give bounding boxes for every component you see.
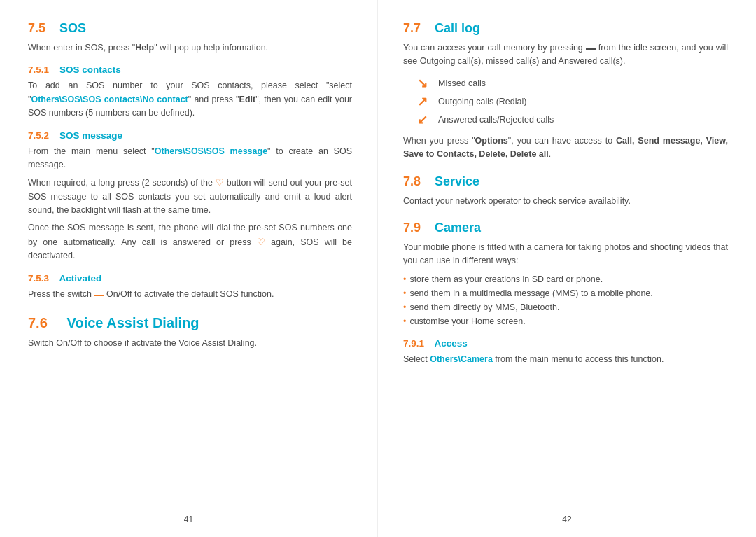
- answered-call-label: Answered calls/Rejected calls: [438, 115, 554, 125]
- bullet-item-4: • customise your Home screen.: [403, 314, 728, 328]
- bullet-item-2: • send them in a multimedia message (MMS…: [403, 286, 728, 300]
- section-7-9-1-title: 7.9.1 Access: [403, 338, 728, 349]
- call-log-row-answered: ↙ Answered calls/Rejected calls: [417, 112, 728, 127]
- missed-call-icon: ↘: [417, 76, 438, 91]
- section-7-5-2-para3: Once the SOS message is sent, the phone …: [28, 221, 352, 263]
- section-7-7-options: When you press "Options", you can have a…: [403, 134, 728, 162]
- section-7-9-1-text: Select Others\Camera from the main menu …: [403, 353, 728, 366]
- section-7-5-intro: When enter in SOS, press "Help" will pop…: [28, 41, 352, 55]
- bullet-item-1: • store them as your creations in SD car…: [403, 272, 728, 286]
- section-7-8-name: Service: [435, 174, 479, 188]
- section-7-5-2-num: 7.5.2: [28, 130, 49, 141]
- call-log-row-missed: ↘ Missed calls: [417, 76, 728, 91]
- section-7-6-name: Voice Assist Dialing: [67, 315, 200, 330]
- left-page-number: 41: [184, 515, 193, 524]
- bullet-dot-3: •: [403, 300, 406, 314]
- section-7-9-num: 7.9: [403, 221, 421, 235]
- section-7-6: 7.6 Voice Assist Dialing Switch On/Off t…: [28, 315, 352, 350]
- section-7-5: 7.5 SOS When enter in SOS, press "Help" …: [28, 21, 352, 301]
- section-7-9: 7.9 Camera Your mobile phone is fitted w…: [403, 221, 728, 366]
- section-7-5-2-title: 7.5.2 SOS message: [28, 130, 352, 141]
- section-7-5-title: 7.5 SOS: [28, 21, 352, 36]
- section-7-8-title: 7.8 Service: [403, 174, 728, 189]
- section-7-7-name: Call log: [435, 21, 480, 35]
- section-7-7: 7.7 Call log You can access your call me…: [403, 21, 728, 162]
- outgoing-call-icon: ↗: [417, 94, 438, 109]
- section-7-8-text: Contact your network operator to check s…: [403, 195, 728, 208]
- bullet-dot-2: •: [403, 286, 406, 300]
- section-7-5-2-para2: When required, a long press (2 seconds) …: [28, 176, 352, 217]
- section-7-7-title: 7.7 Call log: [403, 21, 728, 36]
- section-7-6-text: Switch On/Off to choose if activate the …: [28, 337, 352, 350]
- section-7-9-intro: Your mobile phone is fitted with a camer…: [403, 241, 728, 268]
- section-7-8-num: 7.8: [403, 174, 421, 188]
- camera-bullet-list: • store them as your creations in SD car…: [403, 272, 728, 328]
- bullet-dot-4: •: [403, 314, 406, 328]
- bullet-dot-1: •: [403, 272, 406, 286]
- section-7-5-3-text: Press the switch On/Off to activate the …: [28, 288, 352, 301]
- bullet-text-1: store them as your creations in SD card …: [410, 272, 603, 286]
- outgoing-call-label: Outgoing calls (Redial): [438, 97, 526, 106]
- section-7-7-intro: You can access your call memory by press…: [403, 41, 728, 69]
- section-7-5-1-title: 7.5.1 SOS contacts: [28, 64, 352, 75]
- section-7-6-title: 7.6 Voice Assist Dialing: [28, 315, 352, 331]
- section-7-9-name: Camera: [435, 221, 481, 235]
- section-7-5-1-name: SOS contacts: [59, 64, 121, 75]
- section-7-5-3-num: 7.5.3: [28, 273, 49, 284]
- section-7-5-3-name: Activated: [59, 273, 102, 284]
- section-7-9-1-name: Access: [435, 338, 468, 349]
- bullet-text-3: send them directly by MMS, Bluetooth.: [410, 300, 559, 314]
- section-7-9-title: 7.9 Camera: [403, 221, 728, 235]
- section-7-6-num: 7.6: [28, 315, 48, 330]
- bullet-text-2: send them in a multimedia message (MMS) …: [410, 286, 652, 300]
- right-page-number: 42: [562, 515, 571, 524]
- section-7-5-name: SOS: [59, 21, 86, 35]
- section-7-9-1-num: 7.9.1: [403, 338, 424, 349]
- section-7-5-2-name: SOS message: [59, 130, 122, 141]
- section-7-7-num: 7.7: [403, 21, 421, 35]
- bullet-text-4: customise your Home screen.: [410, 314, 525, 328]
- section-7-5-1-num: 7.5.1: [28, 64, 49, 75]
- call-log-row-outgoing: ↗ Outgoing calls (Redial): [417, 94, 728, 109]
- left-page: 7.5 SOS When enter in SOS, press "Help" …: [0, 0, 378, 537]
- right-page: 7.7 Call log You can access your call me…: [378, 0, 756, 537]
- section-7-5-3-title: 7.5.3 Activated: [28, 273, 352, 284]
- answered-call-icon: ↙: [417, 112, 438, 127]
- section-7-5-2-para1: From the main menu select "Others\SOS\SO…: [28, 145, 352, 172]
- section-7-5-1-text: To add an SOS number to your SOS contact…: [28, 79, 352, 120]
- call-log-table: ↘ Missed calls ↗ Outgoing calls (Redial)…: [417, 76, 728, 127]
- section-7-5-num: 7.5: [28, 21, 46, 35]
- bullet-item-3: • send them directly by MMS, Bluetooth.: [403, 300, 728, 314]
- missed-call-label: Missed calls: [438, 78, 486, 88]
- section-7-8: 7.8 Service Contact your network operato…: [403, 174, 728, 208]
